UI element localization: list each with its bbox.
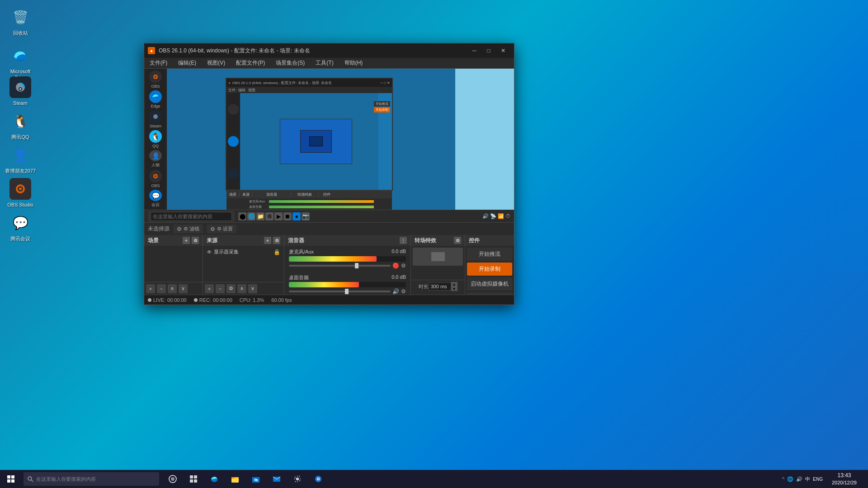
virtual-cam-button[interactable]: 启动虚拟摄像机: [467, 277, 512, 291]
close-button[interactable]: ✕: [496, 43, 510, 58]
taskbar-search-bar[interactable]: 在这里输入你要搜索的内容: [24, 472, 159, 486]
scene-add-btn[interactable]: +: [183, 237, 190, 244]
search-icon: [27, 476, 33, 482]
svg-point-22: [28, 477, 32, 480]
obs-title-icon: ●: [148, 47, 155, 54]
mixer-menu-btn[interactable]: ⋮: [400, 237, 407, 244]
transform-down-btn[interactable]: ▼: [451, 286, 458, 291]
tray-lang-icon[interactable]: 中: [805, 476, 810, 483]
tray-input-icon[interactable]: ENG: [813, 477, 823, 482]
mixer-ch2-fader[interactable]: [289, 291, 391, 292]
settings-button[interactable]: ⚙ ⚙ 设置: [207, 225, 236, 233]
scene-add-footer-btn[interactable]: +: [146, 284, 155, 293]
mixer-ch1-gear-icon[interactable]: ⚙: [401, 263, 406, 269]
desktop-icon-steam[interactable]: Steam: [2, 75, 38, 108]
source-add-footer-btn[interactable]: +: [205, 284, 214, 293]
menu-file[interactable]: 文件(F): [144, 58, 173, 69]
preview-icon-4[interactable]: ⚙: [265, 212, 274, 221]
transform-duration-input[interactable]: [429, 282, 451, 291]
taskbar-cortana[interactable]: [163, 470, 183, 488]
left-icon-obs[interactable]: OBS: [146, 70, 165, 89]
left-icon-person[interactable]: 👤 人物: [146, 150, 165, 168]
preview-search-input[interactable]: [151, 212, 232, 221]
preview-icon-1[interactable]: ⬤: [238, 212, 246, 221]
taskbar-explorer[interactable]: [225, 470, 245, 488]
transform-settings-btn[interactable]: ⚙: [454, 237, 461, 244]
preview-toolbar-icons: ⬤ 🌐 📁 ⚙ ▶ ⏹ ● 📷: [238, 212, 310, 221]
svg-rect-32: [231, 477, 235, 479]
preview-icon-6[interactable]: ⏹: [283, 212, 292, 221]
mixer-ch1-mute-icon[interactable]: 🔴: [392, 263, 399, 269]
preview-icon-8[interactable]: 📷: [302, 212, 310, 221]
start-button[interactable]: [0, 470, 22, 488]
mixer-ch2-thumb: [345, 289, 349, 294]
start-stream-button[interactable]: 开始推流: [467, 248, 512, 261]
scene-remove-btn[interactable]: −: [157, 284, 166, 293]
preview-icon-5[interactable]: ▶: [274, 212, 283, 221]
filter-button[interactable]: ⚙ ⚙ 滤镜: [173, 225, 203, 233]
menu-scene-collection[interactable]: 场景集合(S): [270, 58, 310, 69]
menu-view[interactable]: 视图(V): [202, 58, 231, 69]
start-record-button[interactable]: 开始录制: [467, 263, 512, 276]
desktop-icon-meeting[interactable]: 💬 腾讯会议: [2, 210, 38, 244]
mixer-ch2-volume-icon[interactable]: 🔊: [392, 288, 399, 295]
mixer-ch1-fader[interactable]: [289, 265, 391, 267]
source-up-btn[interactable]: ∧: [237, 284, 246, 293]
taskbar-clock[interactable]: 13:43 2020/12/29: [828, 472, 860, 486]
taskbar-task-view[interactable]: [184, 470, 203, 488]
left-obs-img: [149, 70, 162, 83]
source-panel-content: 👁 显示器采集 🔒: [203, 246, 284, 282]
desktop-icon-obs[interactable]: OBS Studio: [2, 176, 38, 210]
left-icon-qq[interactable]: 🐧 QQ: [146, 130, 165, 148]
source-gear-btn[interactable]: ⚙: [226, 284, 236, 293]
mixer-ch2-gear-icon[interactable]: ⚙: [401, 288, 406, 295]
taskbar-edge[interactable]: [204, 470, 224, 488]
left-icon-edge[interactable]: Edge: [146, 90, 165, 108]
tray-expand-icon[interactable]: ^: [782, 476, 784, 482]
left-icon-obs2[interactable]: OBS: [146, 170, 165, 188]
tray-network-icon[interactable]: 🌐: [787, 476, 793, 482]
scene-panel-header: 场景 + ⚙: [144, 235, 203, 246]
source-panel-label: 来源: [207, 237, 217, 244]
left-icon-meeting[interactable]: 💬 会议: [146, 190, 165, 208]
taskbar-settings[interactable]: [288, 470, 307, 488]
svg-point-4: [19, 88, 21, 90]
source-item-display[interactable]: 👁 显示器采集 🔒: [205, 248, 282, 256]
scene-up-btn[interactable]: ∧: [168, 284, 177, 293]
minimize-button[interactable]: ─: [467, 43, 481, 58]
nested-titlebar: ● OBS 26.1.0 (64bit, windows) - 配置文件: 未命…: [226, 79, 392, 87]
nested-preview: [240, 93, 392, 190]
preview-icon-7[interactable]: ●: [292, 212, 301, 221]
desktop-icon-qq[interactable]: 🐧 腾讯QQ: [2, 108, 38, 142]
live-time: 00:00:00: [167, 297, 187, 303]
nested-ch2: 桌面音频: [249, 205, 374, 209]
tray-volume-icon[interactable]: 🔊: [796, 476, 802, 482]
scene-settings-btn[interactable]: ⚙: [192, 237, 199, 244]
taskbar-store[interactable]: 🛍: [246, 470, 266, 488]
menu-help[interactable]: 帮助(H): [339, 58, 368, 69]
source-add-btn[interactable]: +: [264, 237, 271, 244]
preview-icon-2[interactable]: 🌐: [247, 212, 255, 221]
source-settings-btn[interactable]: ⚙: [273, 237, 280, 244]
source-remove-btn[interactable]: −: [216, 284, 225, 293]
menu-tools[interactable]: 工具(T): [310, 58, 339, 69]
desktop-icon-cyberpunk[interactable]: 👤 赛博朋友2077: [2, 142, 38, 176]
preview-icon-3[interactable]: 📁: [256, 212, 264, 221]
scene-down-btn[interactable]: ∨: [179, 284, 188, 293]
desktop-icon-recycle[interactable]: 🗑️ 回收站: [2, 5, 38, 38]
menu-edit[interactable]: 编辑(E): [173, 58, 202, 69]
nested-left-icons: [226, 93, 240, 190]
obs-menubar: 文件(F) 编辑(E) 视图(V) 配置文件(P) 场景集合(S) 工具(T) …: [144, 58, 514, 69]
menu-profile[interactable]: 配置文件(P): [231, 58, 270, 69]
obs-left-panel: OBS Edge Steam 🐧: [144, 69, 167, 210]
left-icon-steam[interactable]: Steam: [146, 110, 165, 128]
mixer-ch1-fader-row: 🔴 ⚙: [289, 263, 406, 269]
taskbar-music[interactable]: [308, 470, 328, 488]
source-down-btn[interactable]: ∨: [248, 284, 257, 293]
obs-preview-canvas[interactable]: ● OBS 26.1.0 (64bit, windows) - 配置文件: 未命…: [167, 69, 514, 210]
transform-preview[interactable]: [413, 248, 463, 266]
maximize-button[interactable]: □: [481, 43, 496, 58]
transform-up-btn[interactable]: ▲: [451, 282, 458, 286]
taskbar-mail[interactable]: [267, 470, 287, 488]
show-desktop-btn[interactable]: [862, 470, 864, 488]
